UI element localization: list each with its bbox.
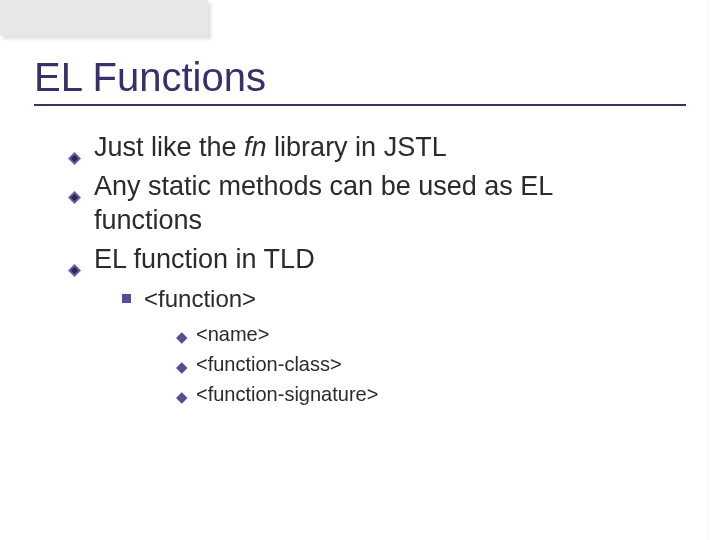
slide: EL Functions Just like the fn library in… (0, 0, 720, 540)
decorative-right-guide (707, 0, 708, 540)
diamond-bullet-icon (68, 178, 81, 191)
bullet-text: EL function in TLD (94, 244, 315, 274)
title-underline (34, 104, 686, 106)
small-diamond-bullet-icon: ◆ (176, 326, 188, 347)
text-fragment: library in JSTL (267, 132, 447, 162)
decorative-top-box (0, 0, 208, 36)
bullet-text: Just like the fn library in JSTL (94, 132, 447, 162)
square-bullet-icon (122, 294, 131, 303)
list-item: ◆ <function-class> (176, 350, 652, 378)
bullet-text: <name> (196, 323, 269, 345)
bullet-list-level-1: Just like the fn library in JSTL Any sta… (68, 130, 652, 408)
list-item: EL function in TLD <function> ◆ <name> ◆ (68, 242, 652, 408)
bullet-list-level-2: <function> ◆ <name> ◆ <function-class> (94, 282, 652, 408)
diamond-bullet-icon (68, 251, 81, 264)
bullet-text: <function-class> (196, 353, 342, 375)
list-item: ◆ <function-signature> (176, 380, 652, 408)
bullet-list-level-3: ◆ <name> ◆ <function-class> ◆ <function-… (144, 320, 652, 408)
small-diamond-bullet-icon: ◆ (176, 386, 188, 407)
bullet-text: Any static methods can be used as EL fun… (94, 171, 552, 236)
diamond-bullet-icon (68, 139, 81, 152)
bullet-text: <function-signature> (196, 383, 378, 405)
list-item: Just like the fn library in JSTL (68, 130, 652, 165)
list-item: Any static methods can be used as EL fun… (68, 169, 652, 238)
small-diamond-bullet-icon: ◆ (176, 356, 188, 377)
text-fragment-italic: fn (244, 132, 267, 162)
slide-title: EL Functions (34, 56, 686, 98)
slide-body: Just like the fn library in JSTL Any sta… (34, 130, 686, 408)
text-fragment: Just like the (94, 132, 244, 162)
list-item: <function> ◆ <name> ◆ <function-class> (122, 282, 652, 408)
bullet-text: <function> (144, 285, 256, 312)
list-item: ◆ <name> (176, 320, 652, 348)
